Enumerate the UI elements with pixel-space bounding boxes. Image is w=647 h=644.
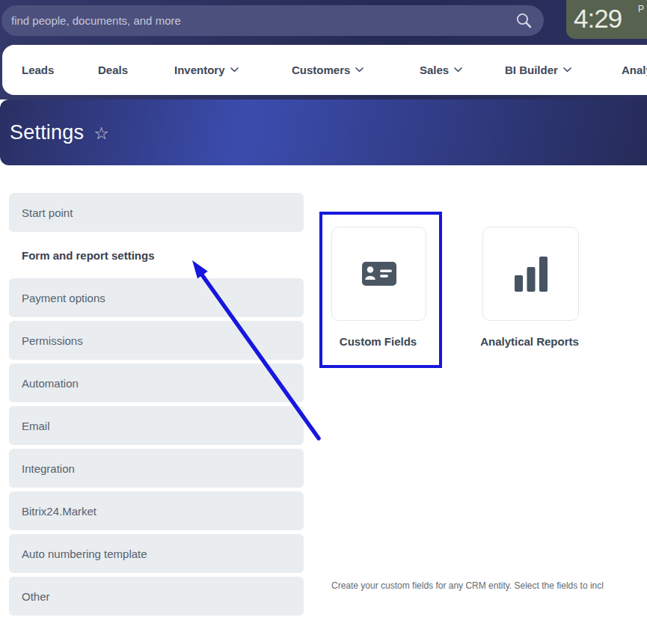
analytical-reports-card[interactable]	[482, 227, 579, 321]
clock-meridiem: P	[638, 4, 644, 14]
sidebar-item-integration[interactable]: Integration	[9, 449, 304, 488]
sidebar-item-bitrix24-market[interactable]: Bitrix24.Market	[9, 491, 304, 530]
chevron-down-icon	[563, 67, 571, 73]
sidebar-item-auto-numbering-template[interactable]: Auto numbering template	[9, 534, 304, 573]
nav-item-sales[interactable]: Sales	[420, 45, 462, 95]
nav-item-label: BI Builder	[505, 64, 558, 76]
clock-time: 4:29	[574, 0, 622, 37]
sidebar-item-automation[interactable]: Automation	[9, 364, 304, 402]
bar-chart-icon	[515, 257, 548, 292]
search-bar[interactable]	[1, 5, 544, 36]
search-icon[interactable]	[515, 11, 533, 30]
sidebar-item-other[interactable]: Other	[9, 577, 304, 616]
nav-item-leads[interactable]: Leads	[22, 45, 54, 95]
nav-item-label: Customers	[292, 64, 350, 76]
nav-item-inventory[interactable]: Inventory	[174, 45, 239, 95]
settings-menu: Start point Form and report settings Pay…	[9, 193, 304, 619]
nav-item-label: Deals	[98, 64, 128, 76]
search-input[interactable]	[1, 14, 544, 27]
chevron-down-icon	[355, 67, 364, 73]
nav-item-label: Analytics	[622, 64, 647, 76]
app-window: 4:29 P Leads Deals Inventory Customers	[0, 0, 647, 644]
settings-header: Settings ☆	[0, 99, 647, 165]
sidebar-item-payment-options[interactable]: Payment options	[9, 278, 304, 317]
nav-item-customers[interactable]: Customers	[292, 45, 364, 95]
nav-item-analytics[interactable]: Analytics	[622, 45, 647, 95]
nav-item-label: Leads	[22, 64, 54, 76]
nav-item-deals[interactable]: Deals	[98, 45, 128, 95]
custom-fields-description: Create your custom fields for any CRM en…	[331, 580, 604, 591]
chevron-down-icon	[230, 67, 239, 73]
sidebar-item-permissions[interactable]: Permissions	[9, 321, 304, 360]
chevron-down-icon	[454, 67, 462, 73]
sidebar-item-email[interactable]: Email	[9, 406, 304, 445]
page-title: Settings	[10, 121, 84, 144]
topbar: 4:29 P Leads Deals Inventory Customers	[0, 0, 647, 99]
main-nav: Leads Deals Inventory Customers Sales	[2, 45, 647, 95]
favorite-star-icon[interactable]: ☆	[93, 123, 109, 144]
nav-item-bi-builder[interactable]: BI Builder	[505, 45, 571, 95]
analytical-reports-label: Analytical Reports	[470, 335, 589, 348]
clock-widget[interactable]: 4:29 P	[566, 0, 647, 39]
nav-item-label: Sales	[420, 64, 449, 76]
sidebar-item-start-point[interactable]: Start point	[9, 193, 304, 232]
nav-item-label: Inventory	[174, 64, 225, 76]
sidebar-item-form-and-report-settings[interactable]: Form and report settings	[9, 236, 304, 275]
highlight-box	[319, 212, 442, 368]
